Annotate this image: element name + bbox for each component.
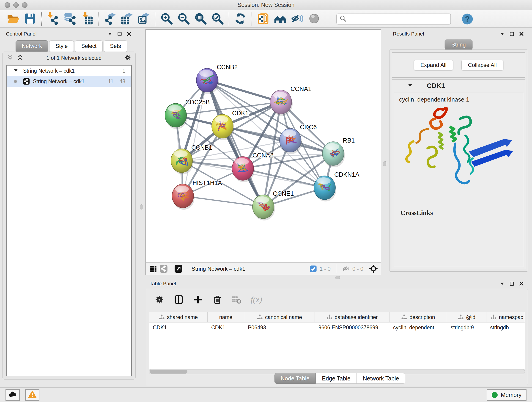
help-button[interactable]: ? xyxy=(462,13,473,25)
network-view-panel: CCNB2 CCNA1 CDC25B CDK1 CDC6 RB1 CCNB1 xyxy=(146,29,381,275)
tab-network[interactable]: Network xyxy=(16,40,48,52)
tab-node-table[interactable]: Node Table xyxy=(274,373,316,384)
network-node-RB1[interactable]: RB1 xyxy=(322,137,355,167)
gene-collapse-triangle-icon[interactable] xyxy=(407,82,413,89)
network-edge[interactable] xyxy=(183,80,207,196)
delete-column-trash-icon[interactable] xyxy=(212,294,222,305)
panel-close-icon[interactable] xyxy=(519,31,524,37)
table-cell[interactable]: CDK1 xyxy=(208,322,244,332)
table-cell[interactable]: cyclin–dependent ... xyxy=(389,322,447,332)
zoom-in-button[interactable] xyxy=(158,12,175,26)
table-cell[interactable]: stringdb xyxy=(486,322,525,332)
delete-table-icon xyxy=(231,294,241,305)
refresh-view-button[interactable] xyxy=(232,12,249,26)
tree-collapse-triangle-icon[interactable] xyxy=(13,68,18,74)
tab-edge-table[interactable]: Edge Table xyxy=(316,373,357,384)
network-edge[interactable] xyxy=(207,80,263,207)
column-header-database-identifier[interactable]: database identifier xyxy=(315,313,389,322)
panel-float-icon[interactable] xyxy=(117,31,122,37)
panel-menu-icon[interactable] xyxy=(500,281,505,287)
export-network-button[interactable] xyxy=(101,12,118,26)
table-cell[interactable]: 9606.ENSP00000378699 xyxy=(315,322,389,332)
cloud-button[interactable] xyxy=(6,389,20,401)
expand-all-button[interactable]: Expand All xyxy=(414,60,453,70)
search-box[interactable] xyxy=(336,13,451,25)
import-table-file-button[interactable] xyxy=(78,12,95,26)
hidden-eye-slash-icon[interactable] xyxy=(342,265,350,273)
zoom-fit-icon xyxy=(194,12,207,26)
zoom-fit-button[interactable] xyxy=(192,12,209,26)
panel-menu-icon[interactable] xyxy=(107,31,113,37)
export-image-button[interactable] xyxy=(135,12,152,26)
export-table-button[interactable] xyxy=(118,12,135,26)
left-splitter-handle[interactable] xyxy=(140,204,143,210)
panel-close-icon[interactable] xyxy=(519,281,524,287)
column-header-description[interactable]: description xyxy=(389,313,447,322)
table-settings-gear-icon[interactable] xyxy=(154,294,165,305)
network-options-gear-icon[interactable] xyxy=(124,54,131,62)
bottom-splitter-handle[interactable] xyxy=(335,276,340,279)
hide-waves-button[interactable] xyxy=(289,12,306,26)
panel-menu-icon[interactable] xyxy=(500,31,505,37)
protein-structure-image xyxy=(394,104,523,205)
gene-description: cyclin–dependent kinase 1 xyxy=(394,93,523,104)
panel-close-icon[interactable] xyxy=(127,31,132,37)
panel-float-icon[interactable] xyxy=(509,31,515,37)
table-cell[interactable]: stringdb:9... xyxy=(447,322,486,332)
column-type-icon xyxy=(401,314,407,320)
tab-sets[interactable]: Sets xyxy=(104,40,127,52)
network-node-CDKN1A[interactable]: CDKN1A xyxy=(314,171,360,201)
expand-all-chevron-icon[interactable] xyxy=(17,54,24,62)
network-tree-row[interactable]: String Network – cdk1 1 xyxy=(7,65,131,76)
import-network-file-button[interactable] xyxy=(44,12,61,26)
warnings-button[interactable] xyxy=(25,389,39,401)
import-network-database-button[interactable] xyxy=(61,12,78,26)
tab-select[interactable]: Select xyxy=(75,40,103,52)
column-header--id[interactable]: @id xyxy=(447,313,486,322)
column-header-namespac[interactable]: namespac xyxy=(486,313,525,322)
table-panel-title: Table Panel xyxy=(150,281,176,287)
open-in-browser-button[interactable] xyxy=(255,12,272,26)
open-session-icon xyxy=(7,12,19,26)
right-splitter-handle[interactable] xyxy=(383,161,386,166)
network-node-CDC6[interactable]: CDC6 xyxy=(279,124,317,154)
string-homes-button[interactable] xyxy=(272,12,289,26)
inactive-sphere-button[interactable] xyxy=(306,12,323,26)
network-edge[interactable] xyxy=(183,196,263,207)
scrollbar-thumb[interactable] xyxy=(150,370,187,374)
node-label: CCNB1 xyxy=(191,144,212,151)
network-canvas[interactable]: CCNB2 CCNA1 CDC25B CDK1 CDC6 RB1 CCNB1 xyxy=(146,30,381,262)
import-network-database-icon xyxy=(64,12,76,26)
export-network-icon xyxy=(104,12,116,26)
open-external-icon[interactable] xyxy=(174,265,183,273)
collapse-all-button[interactable]: Collapse All xyxy=(462,60,503,70)
search-input[interactable] xyxy=(348,16,448,22)
tab-string[interactable]: String xyxy=(444,39,473,50)
save-session-button[interactable] xyxy=(22,12,38,26)
node-label: CDKN1A xyxy=(334,171,360,178)
open-in-browser-icon xyxy=(257,12,269,26)
network-tree-row[interactable]: String Network – cdk1 11 48 xyxy=(7,76,131,87)
show-columns-icon[interactable] xyxy=(174,294,184,305)
node-label: CDC6 xyxy=(300,124,317,131)
column-header-canonical-name[interactable]: canonical name xyxy=(244,313,315,322)
network-share-icon[interactable] xyxy=(159,265,168,273)
add-column-icon[interactable] xyxy=(193,294,203,305)
zoom-out-button[interactable] xyxy=(175,12,192,26)
column-header-shared-name[interactable]: shared name xyxy=(149,313,208,322)
grid-view-icon[interactable] xyxy=(149,265,157,273)
memory-button[interactable]: Memory xyxy=(487,389,526,401)
column-header-name[interactable]: name xyxy=(208,313,244,322)
table-cell[interactable]: CDK1 xyxy=(149,322,208,332)
network-node-HIST1H1A[interactable]: HIST1H1A xyxy=(172,179,222,210)
collapse-all-chevron-icon[interactable] xyxy=(7,54,13,62)
tab-style[interactable]: Style xyxy=(49,40,74,52)
table-row[interactable]: CDK1CDK1P064939606.ENSP00000378699cyclin… xyxy=(149,322,525,332)
tab-network-table[interactable]: Network Table xyxy=(357,373,405,384)
birdseye-crosshair-icon[interactable] xyxy=(369,265,378,273)
selected-checkbox-icon[interactable] xyxy=(309,265,317,273)
panel-float-icon[interactable] xyxy=(509,281,515,287)
zoom-selected-button[interactable] xyxy=(209,12,226,26)
table-cell[interactable]: P06493 xyxy=(244,322,315,332)
open-session-button[interactable] xyxy=(5,12,22,26)
